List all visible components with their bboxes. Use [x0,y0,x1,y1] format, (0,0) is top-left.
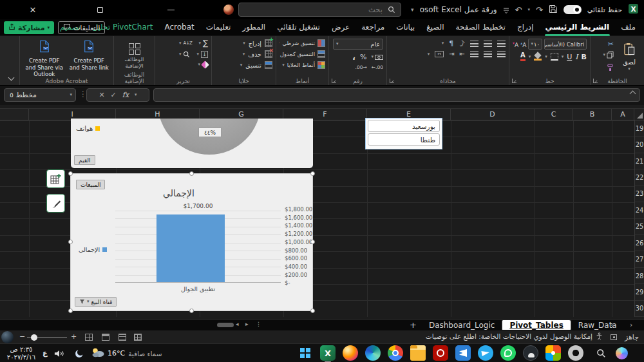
merge-center-icon[interactable]: ↔ [435,51,444,57]
increase-decimal-icon[interactable]: ←.00 [372,64,383,70]
accounting-format-button[interactable]: ▾ [371,54,383,61]
redo-icon[interactable]: ↷ [536,6,543,14]
zoom-in-button[interactable]: + [71,332,77,341]
ribbon-tab[interactable]: ملف [615,19,641,36]
sheet-tab[interactable]: Dashboard_Logic [422,320,502,330]
normal-view-button[interactable] [118,334,126,341]
close-button[interactable]: ✕ [23,0,43,19]
ribbon-tab[interactable]: تخطيط الصفحة [450,19,511,36]
create-pdf-button[interactable]: Create PDF and Share link [68,39,111,76]
sort-filter-button[interactable]: A↓Z▾ [179,41,192,46]
selection-handle[interactable] [68,309,73,313]
formula-bar[interactable] [153,88,640,102]
insert-function-button[interactable]: fx [122,91,129,99]
increase-indent-icon[interactable]: ⇥ [449,51,454,57]
row-header[interactable]: 24 [635,202,644,218]
undo-icon[interactable]: ↶ [515,6,522,14]
weather-widget[interactable]: 16°C سماء صافية [91,346,162,361]
chart-title[interactable]: الإجمالي [71,188,287,198]
number-format-select[interactable]: عام▾ [333,39,383,50]
font-name-select[interactable]: Calibri (الأساسي)▾ [544,39,587,50]
decrease-decimal-icon[interactable]: .00→ [355,64,367,70]
sheet-tab[interactable]: Raw_Data [571,320,624,330]
name-box-dropdown-icon[interactable]: ▾ [70,93,72,97]
pie-chart[interactable]: ٤٤% هواتف القيم [71,119,313,168]
row-header[interactable]: 20 [635,137,644,153]
align-right-icon[interactable] [497,51,506,57]
zoom-out-button[interactable]: − [19,332,25,341]
ribbon-tab[interactable]: بيانات [390,19,421,36]
grid-view-icon[interactable] [134,334,142,341]
font-color-icon[interactable]: A [520,52,526,61]
cut-icon[interactable]: ✂ [603,41,614,48]
row-header[interactable]: 25 [635,219,644,235]
borders-dropdown-icon[interactable]: ▾ [545,55,547,59]
sheet-nav-left-icon[interactable]: ‹ [611,321,613,329]
alignment-dialog-launcher[interactable] [390,79,394,83]
autosum-button[interactable]: ∑▾ [198,39,208,47]
selection-handle[interactable] [68,171,73,176]
taskbar-app-icon[interactable] [365,345,381,361]
copilot-icon[interactable] [616,347,628,359]
scroll-left-icon[interactable]: ◂ [236,321,239,327]
column-header-partial[interactable] [0,109,29,120]
autosave-toggle[interactable] [564,5,582,14]
increase-font-icon[interactable]: A▴ [520,41,526,48]
taskbar-app-icon[interactable] [298,345,313,361]
slicer-item[interactable]: بورسعيد [368,120,440,132]
row-header[interactable]: 21 [635,153,644,169]
night-mode-icon[interactable] [75,348,84,361]
maximize-button[interactable] [90,0,109,19]
percent-style-icon[interactable]: % [360,53,366,61]
axis-field-button[interactable]: ▾ قناة البيع [75,297,117,307]
values-field-button[interactable]: القيم [74,155,95,165]
slicer-item[interactable]: طنطا [368,133,440,146]
borders-icon[interactable] [551,53,558,61]
ribbon-tab[interactable]: Acrobat [158,19,200,36]
decrease-font-icon[interactable]: A▾ [513,41,518,48]
fill-color-icon[interactable] [534,53,542,61]
row-header[interactable]: 29 [635,284,644,300]
fill-button[interactable]: ↓▾ [196,51,208,58]
orientation-icon[interactable]: اب [457,39,466,48]
taskbar-app-icon[interactable] [320,345,336,361]
column-header[interactable]: B [573,109,612,120]
row-header[interactable]: 19 [635,120,644,137]
horizontal-scrollbar-thumb[interactable] [217,323,234,327]
formula-input[interactable] [154,90,624,102]
row-header[interactable]: 23 [635,186,644,202]
undo-dropdown-icon[interactable]: ▾ [527,8,530,12]
cells-menu-item[interactable]: تنسيق ▾ [215,61,272,69]
ribbon-tab[interactable]: عرض [326,19,355,36]
align-left-icon[interactable] [470,51,478,57]
zoom-slider-handle[interactable] [31,334,37,341]
align-bottom-icon[interactable] [470,41,478,47]
chart-styles-button[interactable] [46,194,65,213]
bold-button[interactable]: B [582,53,587,61]
ribbon-tab[interactable]: الشريط الرئيسي [540,19,616,36]
taskbar-app-icon[interactable] [500,345,516,361]
create-pdf-button[interactable]: Create PDF and Share via Outlook [23,39,66,76]
taskbar-app-icon[interactable] [568,345,583,361]
taskbar-app-icon[interactable] [410,345,426,361]
selection-handle[interactable] [310,240,315,244]
fill-color-dropdown-icon[interactable]: ▾ [529,55,531,59]
selection-handle[interactable] [68,240,73,244]
italic-button[interactable]: I [575,53,578,61]
expand-formula-bar-icon[interactable] [630,91,636,97]
taskbar-app-icon[interactable] [455,345,471,361]
comma-style-icon[interactable]: ، [352,52,355,62]
styles-menu-item[interactable]: تنسيق شرطي ▾ [279,39,325,47]
selection-handle[interactable] [310,309,315,313]
selection-handle[interactable] [189,309,194,313]
taskbar-app-icon[interactable] [478,345,493,361]
align-middle-icon[interactable] [484,41,492,47]
ribbon-tab[interactable]: تشغيل تلقائي [271,19,326,36]
merge-dropdown-icon[interactable]: ▾ [428,52,430,57]
align-top-icon[interactable] [497,41,506,47]
row-header[interactable]: 30 [635,301,644,317]
page-break-preview-button[interactable] [85,334,93,341]
name-box[interactable]: مخطط ٥▾ [4,88,76,102]
paste-button[interactable]: لصق ▾ [618,39,641,75]
enter-icon[interactable]: ✓ [111,91,117,99]
